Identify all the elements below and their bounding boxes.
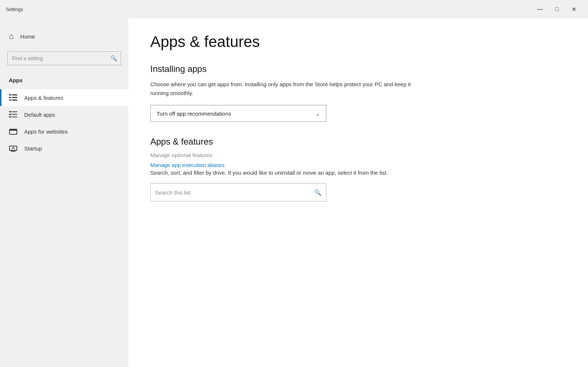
svg-rect-9 <box>12 114 17 115</box>
apps-for-websites-icon <box>9 128 18 135</box>
chevron-down-icon: ⌄ <box>315 110 320 117</box>
apps-features-icon <box>9 94 18 101</box>
home-icon: ⌂ <box>9 32 14 41</box>
settings-window: Settings — □ ✕ ⌂ Home 🔍 Apps <box>0 0 588 367</box>
content-area: ⌂ Home 🔍 Apps <box>0 18 588 367</box>
svg-rect-4 <box>9 99 11 101</box>
default-apps-icon <box>9 111 18 118</box>
window-controls: — □ ✕ <box>532 3 582 15</box>
dropdown-label: Turn off app recommendations <box>157 110 231 117</box>
svg-rect-13 <box>10 129 17 131</box>
sidebar-search-container: 🔍 <box>7 51 121 65</box>
search-list-icon: 🔍 <box>314 189 321 196</box>
svg-rect-10 <box>9 116 11 117</box>
svg-rect-3 <box>12 97 17 98</box>
svg-rect-8 <box>9 114 11 115</box>
app-recommendations-dropdown[interactable]: Turn off app recommendations ⌄ <box>150 105 326 122</box>
sidebar-search-input[interactable] <box>7 51 121 65</box>
sidebar-item-apps-features[interactable]: Apps & features <box>0 89 128 106</box>
sidebar-item-startup[interactable]: Startup <box>0 140 128 157</box>
sidebar: ⌂ Home 🔍 Apps <box>0 18 128 367</box>
svg-rect-6 <box>9 111 11 112</box>
manage-optional-features-link[interactable]: Manage optional features <box>150 152 566 158</box>
svg-rect-7 <box>12 112 17 112</box>
sidebar-apps-features-label: Apps & features <box>24 95 63 101</box>
page-title: Apps & features <box>150 33 566 51</box>
sidebar-startup-label: Startup <box>24 145 42 152</box>
titlebar: Settings — □ ✕ <box>0 0 588 18</box>
window-title: Settings <box>6 7 23 12</box>
startup-icon <box>9 145 18 152</box>
sidebar-item-apps-for-websites[interactable]: Apps for websites <box>0 123 128 140</box>
installing-apps-desc: Choose where you can get apps from. Inst… <box>150 80 425 98</box>
maximize-button[interactable]: □ <box>548 3 565 15</box>
search-list-input[interactable] <box>155 189 310 196</box>
installing-apps-title: Installing apps <box>150 64 566 74</box>
svg-rect-5 <box>12 99 17 101</box>
svg-rect-11 <box>12 117 17 117</box>
svg-rect-2 <box>9 97 11 98</box>
main-content: Apps & features Installing apps Choose w… <box>128 18 588 367</box>
minimize-button[interactable]: — <box>532 3 548 15</box>
sidebar-item-home[interactable]: ⌂ Home <box>0 26 128 47</box>
sidebar-default-apps-label: Default apps <box>24 112 55 118</box>
svg-rect-1 <box>12 94 17 95</box>
sidebar-section-label: Apps <box>0 74 128 89</box>
sidebar-search-icon: 🔍 <box>110 55 117 62</box>
sidebar-home-label: Home <box>20 33 35 40</box>
search-list-box: 🔍 <box>150 183 326 201</box>
sidebar-apps-for-websites-label: Apps for websites <box>24 128 67 135</box>
svg-rect-0 <box>9 94 11 95</box>
search-sort-desc: Search, sort, and filter by drive. If yo… <box>150 168 425 177</box>
close-button[interactable]: ✕ <box>565 3 582 15</box>
apps-features-section-title: Apps & features <box>150 137 566 147</box>
sidebar-item-default-apps[interactable]: Default apps <box>0 106 128 123</box>
manage-execution-aliases-link[interactable]: Manage app execution aliases <box>150 162 225 168</box>
